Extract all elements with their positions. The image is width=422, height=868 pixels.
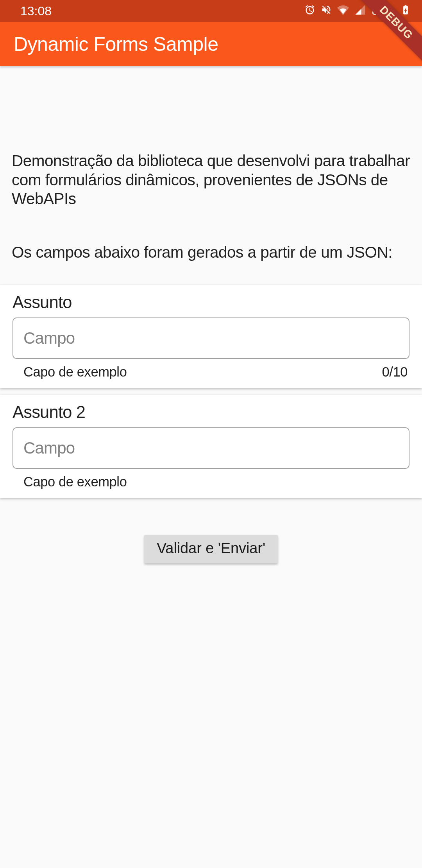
helper-text-1: Capo de exemplo [23,364,127,380]
field-label-2: Assunto 2 [13,403,409,422]
field-label-1: Assunto [13,293,409,312]
intro-text-2: Os campos abaixo foram gerados a partir … [12,243,410,262]
submit-row: Validar e 'Enviar' [0,535,422,563]
counter-text-1: 0/10 [382,364,408,380]
status-bar: 13:08 84% [0,0,422,22]
intro-text-1: Demonstração da biblioteca que desenvolv… [12,151,410,208]
battery-percent: 84% [372,4,395,18]
signal-icon [354,4,366,18]
helper-text-2: Capo de exemplo [23,474,127,490]
page-content: Demonstração da biblioteca que desenvolv… [0,66,422,563]
mute-icon [321,4,332,18]
wifi-icon [337,4,349,18]
validate-send-button[interactable]: Validar e 'Enviar' [144,535,278,563]
alarm-icon [304,4,315,18]
input-outline-2[interactable] [13,427,409,469]
status-time: 13:08 [20,4,52,18]
helper-row-2: Capo de exemplo [13,469,409,490]
app-bar-title: Dynamic Forms Sample [14,33,218,56]
app-bar: Dynamic Forms Sample [0,22,422,66]
campo-input-1[interactable] [23,329,399,348]
battery-charging-icon [400,4,411,18]
input-outline-1[interactable] [13,317,409,359]
form-field-1: Assunto Capo de exemplo 0/10 [0,285,422,388]
campo-input-2[interactable] [23,439,399,457]
form-field-2: Assunto 2 Capo de exemplo [0,395,422,498]
intro-block: Demonstração da biblioteca que desenvolv… [0,66,422,285]
helper-row-1: Capo de exemplo 0/10 [13,359,409,380]
status-icons: 84% [304,4,411,18]
